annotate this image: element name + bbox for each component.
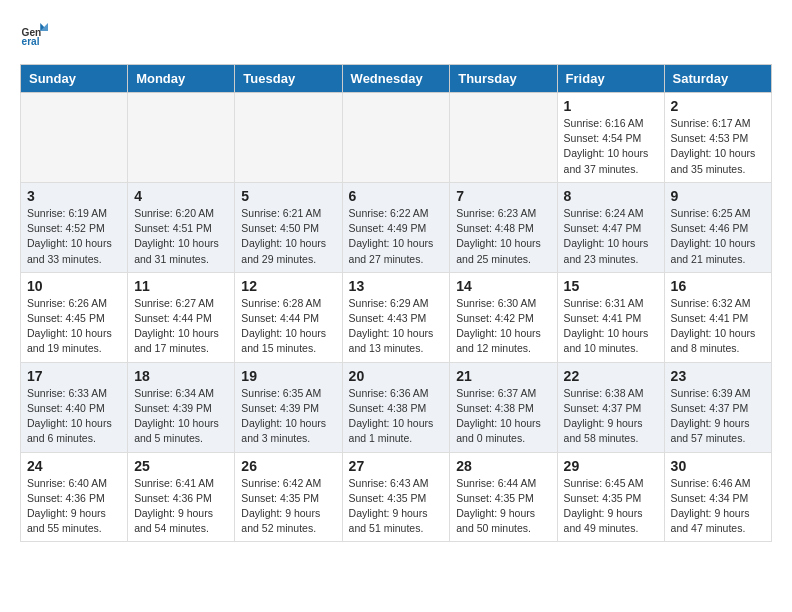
calendar-cell: 19Sunrise: 6:35 AM Sunset: 4:39 PM Dayli… bbox=[235, 362, 342, 452]
calendar-week-row: 1Sunrise: 6:16 AM Sunset: 4:54 PM Daylig… bbox=[21, 93, 772, 183]
day-number: 13 bbox=[349, 278, 444, 294]
calendar-cell bbox=[450, 93, 557, 183]
col-header-tuesday: Tuesday bbox=[235, 65, 342, 93]
calendar-cell: 12Sunrise: 6:28 AM Sunset: 4:44 PM Dayli… bbox=[235, 272, 342, 362]
calendar-cell: 6Sunrise: 6:22 AM Sunset: 4:49 PM Daylig… bbox=[342, 182, 450, 272]
calendar-cell: 13Sunrise: 6:29 AM Sunset: 4:43 PM Dayli… bbox=[342, 272, 450, 362]
calendar-cell: 15Sunrise: 6:31 AM Sunset: 4:41 PM Dayli… bbox=[557, 272, 664, 362]
calendar: SundayMondayTuesdayWednesdayThursdayFrid… bbox=[20, 64, 772, 542]
logo-icon: Gen eral bbox=[20, 20, 48, 48]
day-info: Sunrise: 6:37 AM Sunset: 4:38 PM Dayligh… bbox=[456, 386, 550, 447]
day-number: 10 bbox=[27, 278, 121, 294]
day-info: Sunrise: 6:23 AM Sunset: 4:48 PM Dayligh… bbox=[456, 206, 550, 267]
day-info: Sunrise: 6:44 AM Sunset: 4:35 PM Dayligh… bbox=[456, 476, 550, 537]
calendar-header-row: SundayMondayTuesdayWednesdayThursdayFrid… bbox=[21, 65, 772, 93]
calendar-cell: 17Sunrise: 6:33 AM Sunset: 4:40 PM Dayli… bbox=[21, 362, 128, 452]
calendar-cell: 23Sunrise: 6:39 AM Sunset: 4:37 PM Dayli… bbox=[664, 362, 771, 452]
calendar-week-row: 10Sunrise: 6:26 AM Sunset: 4:45 PM Dayli… bbox=[21, 272, 772, 362]
calendar-cell: 4Sunrise: 6:20 AM Sunset: 4:51 PM Daylig… bbox=[128, 182, 235, 272]
calendar-cell: 1Sunrise: 6:16 AM Sunset: 4:54 PM Daylig… bbox=[557, 93, 664, 183]
day-number: 14 bbox=[456, 278, 550, 294]
calendar-cell bbox=[128, 93, 235, 183]
calendar-cell: 24Sunrise: 6:40 AM Sunset: 4:36 PM Dayli… bbox=[21, 452, 128, 542]
logo: Gen eral bbox=[20, 20, 52, 48]
day-number: 4 bbox=[134, 188, 228, 204]
day-info: Sunrise: 6:19 AM Sunset: 4:52 PM Dayligh… bbox=[27, 206, 121, 267]
col-header-monday: Monday bbox=[128, 65, 235, 93]
day-number: 22 bbox=[564, 368, 658, 384]
day-number: 20 bbox=[349, 368, 444, 384]
day-info: Sunrise: 6:31 AM Sunset: 4:41 PM Dayligh… bbox=[564, 296, 658, 357]
calendar-cell: 11Sunrise: 6:27 AM Sunset: 4:44 PM Dayli… bbox=[128, 272, 235, 362]
day-info: Sunrise: 6:32 AM Sunset: 4:41 PM Dayligh… bbox=[671, 296, 765, 357]
svg-text:eral: eral bbox=[22, 36, 40, 47]
calendar-cell: 26Sunrise: 6:42 AM Sunset: 4:35 PM Dayli… bbox=[235, 452, 342, 542]
day-info: Sunrise: 6:36 AM Sunset: 4:38 PM Dayligh… bbox=[349, 386, 444, 447]
calendar-cell: 8Sunrise: 6:24 AM Sunset: 4:47 PM Daylig… bbox=[557, 182, 664, 272]
col-header-friday: Friday bbox=[557, 65, 664, 93]
calendar-cell: 30Sunrise: 6:46 AM Sunset: 4:34 PM Dayli… bbox=[664, 452, 771, 542]
day-number: 21 bbox=[456, 368, 550, 384]
day-number: 5 bbox=[241, 188, 335, 204]
day-info: Sunrise: 6:20 AM Sunset: 4:51 PM Dayligh… bbox=[134, 206, 228, 267]
calendar-cell: 14Sunrise: 6:30 AM Sunset: 4:42 PM Dayli… bbox=[450, 272, 557, 362]
calendar-cell: 5Sunrise: 6:21 AM Sunset: 4:50 PM Daylig… bbox=[235, 182, 342, 272]
day-info: Sunrise: 6:29 AM Sunset: 4:43 PM Dayligh… bbox=[349, 296, 444, 357]
day-number: 2 bbox=[671, 98, 765, 114]
calendar-cell: 9Sunrise: 6:25 AM Sunset: 4:46 PM Daylig… bbox=[664, 182, 771, 272]
day-number: 18 bbox=[134, 368, 228, 384]
day-number: 28 bbox=[456, 458, 550, 474]
day-number: 19 bbox=[241, 368, 335, 384]
day-number: 11 bbox=[134, 278, 228, 294]
day-number: 8 bbox=[564, 188, 658, 204]
day-info: Sunrise: 6:33 AM Sunset: 4:40 PM Dayligh… bbox=[27, 386, 121, 447]
day-number: 23 bbox=[671, 368, 765, 384]
header: Gen eral bbox=[20, 20, 772, 48]
day-info: Sunrise: 6:27 AM Sunset: 4:44 PM Dayligh… bbox=[134, 296, 228, 357]
day-number: 7 bbox=[456, 188, 550, 204]
col-header-thursday: Thursday bbox=[450, 65, 557, 93]
day-info: Sunrise: 6:34 AM Sunset: 4:39 PM Dayligh… bbox=[134, 386, 228, 447]
calendar-cell: 7Sunrise: 6:23 AM Sunset: 4:48 PM Daylig… bbox=[450, 182, 557, 272]
day-info: Sunrise: 6:17 AM Sunset: 4:53 PM Dayligh… bbox=[671, 116, 765, 177]
day-info: Sunrise: 6:26 AM Sunset: 4:45 PM Dayligh… bbox=[27, 296, 121, 357]
col-header-saturday: Saturday bbox=[664, 65, 771, 93]
calendar-cell bbox=[342, 93, 450, 183]
calendar-cell: 22Sunrise: 6:38 AM Sunset: 4:37 PM Dayli… bbox=[557, 362, 664, 452]
day-number: 9 bbox=[671, 188, 765, 204]
day-info: Sunrise: 6:30 AM Sunset: 4:42 PM Dayligh… bbox=[456, 296, 550, 357]
day-number: 25 bbox=[134, 458, 228, 474]
day-info: Sunrise: 6:41 AM Sunset: 4:36 PM Dayligh… bbox=[134, 476, 228, 537]
day-number: 27 bbox=[349, 458, 444, 474]
calendar-cell: 16Sunrise: 6:32 AM Sunset: 4:41 PM Dayli… bbox=[664, 272, 771, 362]
day-info: Sunrise: 6:38 AM Sunset: 4:37 PM Dayligh… bbox=[564, 386, 658, 447]
calendar-week-row: 3Sunrise: 6:19 AM Sunset: 4:52 PM Daylig… bbox=[21, 182, 772, 272]
day-number: 17 bbox=[27, 368, 121, 384]
calendar-cell: 29Sunrise: 6:45 AM Sunset: 4:35 PM Dayli… bbox=[557, 452, 664, 542]
day-info: Sunrise: 6:21 AM Sunset: 4:50 PM Dayligh… bbox=[241, 206, 335, 267]
day-number: 15 bbox=[564, 278, 658, 294]
col-header-sunday: Sunday bbox=[21, 65, 128, 93]
day-info: Sunrise: 6:46 AM Sunset: 4:34 PM Dayligh… bbox=[671, 476, 765, 537]
calendar-cell: 3Sunrise: 6:19 AM Sunset: 4:52 PM Daylig… bbox=[21, 182, 128, 272]
day-number: 3 bbox=[27, 188, 121, 204]
calendar-week-row: 17Sunrise: 6:33 AM Sunset: 4:40 PM Dayli… bbox=[21, 362, 772, 452]
calendar-cell: 25Sunrise: 6:41 AM Sunset: 4:36 PM Dayli… bbox=[128, 452, 235, 542]
calendar-cell: 21Sunrise: 6:37 AM Sunset: 4:38 PM Dayli… bbox=[450, 362, 557, 452]
day-number: 26 bbox=[241, 458, 335, 474]
calendar-cell: 27Sunrise: 6:43 AM Sunset: 4:35 PM Dayli… bbox=[342, 452, 450, 542]
calendar-cell: 28Sunrise: 6:44 AM Sunset: 4:35 PM Dayli… bbox=[450, 452, 557, 542]
calendar-cell: 20Sunrise: 6:36 AM Sunset: 4:38 PM Dayli… bbox=[342, 362, 450, 452]
day-info: Sunrise: 6:42 AM Sunset: 4:35 PM Dayligh… bbox=[241, 476, 335, 537]
day-info: Sunrise: 6:43 AM Sunset: 4:35 PM Dayligh… bbox=[349, 476, 444, 537]
col-header-wednesday: Wednesday bbox=[342, 65, 450, 93]
day-info: Sunrise: 6:25 AM Sunset: 4:46 PM Dayligh… bbox=[671, 206, 765, 267]
calendar-cell: 10Sunrise: 6:26 AM Sunset: 4:45 PM Dayli… bbox=[21, 272, 128, 362]
day-info: Sunrise: 6:22 AM Sunset: 4:49 PM Dayligh… bbox=[349, 206, 444, 267]
day-info: Sunrise: 6:24 AM Sunset: 4:47 PM Dayligh… bbox=[564, 206, 658, 267]
day-info: Sunrise: 6:40 AM Sunset: 4:36 PM Dayligh… bbox=[27, 476, 121, 537]
day-number: 12 bbox=[241, 278, 335, 294]
calendar-cell: 18Sunrise: 6:34 AM Sunset: 4:39 PM Dayli… bbox=[128, 362, 235, 452]
calendar-week-row: 24Sunrise: 6:40 AM Sunset: 4:36 PM Dayli… bbox=[21, 452, 772, 542]
day-number: 24 bbox=[27, 458, 121, 474]
